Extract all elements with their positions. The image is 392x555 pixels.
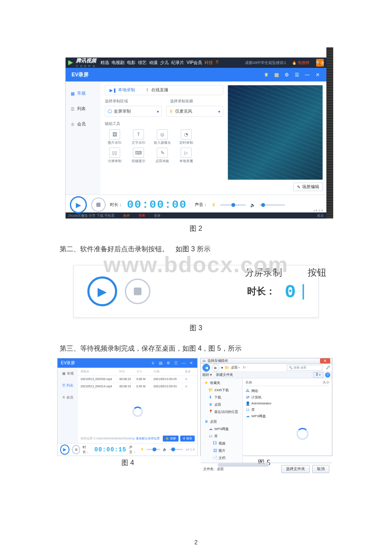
refresh-icon[interactable]: ↻	[243, 366, 246, 369]
nav-item[interactable]: 纪录片	[171, 60, 184, 66]
crown-icon[interactable]: ♕	[150, 360, 156, 366]
save-button[interactable]: ⬇ 保存	[180, 436, 195, 442]
sidebar-item-general[interactable]: ▦ 常规	[66, 86, 101, 101]
tab-live[interactable]: ⭱ 在线直播	[145, 87, 168, 93]
tree-item[interactable]: 📍最近访问的位置	[202, 409, 241, 415]
close-icon[interactable]: ✕	[189, 360, 194, 366]
fig3-crop-labels: 分屏录制 按钮	[245, 266, 326, 279]
record-button[interactable]: ▶	[70, 196, 87, 213]
tool-local-live[interactable]: ▷本地直播	[176, 148, 196, 163]
nav-item[interactable]: 电影	[127, 60, 135, 66]
record-button[interactable]: ▶	[87, 276, 117, 306]
tool-keyboard[interactable]: ⌨按键显示	[129, 148, 148, 163]
gear-icon[interactable]: ⚙	[166, 360, 171, 366]
search-button[interactable]: 🔍 全	[316, 59, 324, 67]
column-header[interactable]: 名称	[245, 380, 252, 385]
record-button[interactable]: ▶	[60, 445, 69, 455]
region-select[interactable]: 🖵全屏录制 ▾	[105, 106, 162, 117]
nav-item[interactable]: 综艺	[138, 60, 147, 66]
list-item[interactable]: 🖧网络	[245, 389, 329, 393]
hot-ranking[interactable]: 🔥 热搜榜	[292, 60, 309, 66]
play-logo-icon	[68, 60, 74, 66]
coupon-icon[interactable]: ▤	[274, 72, 280, 78]
app-title: EV录屏	[72, 71, 89, 78]
mic-slider[interactable]	[220, 204, 246, 206]
column-header[interactable]: 大小	[323, 380, 329, 385]
list-item[interactable]: 🗂库	[245, 407, 329, 412]
tab-label: 在线直播	[151, 87, 168, 93]
list-item[interactable]: ☁WPS网盘	[245, 414, 329, 418]
encrypt-button[interactable]: 🔒 加密	[163, 436, 179, 442]
list-item[interactable]: 🖳计算机	[245, 395, 329, 400]
tree-item[interactable]: 🖥桌面	[202, 402, 241, 407]
speaker-slider[interactable]	[170, 449, 183, 450]
gear-icon[interactable]: ⚙	[284, 72, 290, 78]
tool-image-watermark[interactable]: 🖼图片水印	[105, 129, 124, 145]
tool-timer[interactable]: ◔定时录制	[176, 129, 196, 145]
change-path-link[interactable]: 更改默认保存位置	[136, 437, 160, 440]
screen-icon: 🖵	[108, 109, 112, 114]
folder-tree: ★收藏夹 📁2345下载 ⬇下载 🖥桌面 📍最近访问的位置 🖥桌面 ☁WPS网盘…	[201, 378, 243, 462]
audio-select[interactable]: 🎙仅麦克风 ▾	[166, 106, 223, 117]
list-item[interactable]: 👤Administrator	[245, 401, 329, 406]
ev-titlebar: EV录屏 ♕ ▤ ⚙ ☰ — ✕	[66, 68, 326, 81]
news-ticker[interactable]: 成都49中学生疑坠楼前1	[245, 60, 286, 66]
tool-split[interactable]: ▯▯分屏录制	[105, 148, 124, 163]
minimize-icon[interactable]: —	[304, 72, 310, 78]
nav-item[interactable]: 精选	[101, 60, 109, 66]
row-more-icon[interactable]: ⊖	[185, 385, 195, 388]
search-input[interactable]: 🔍搜索 桌面	[287, 365, 323, 371]
stop-button[interactable]	[125, 279, 150, 304]
tree-item[interactable]: ☁WPS网盘	[202, 426, 241, 432]
speaker-icon: 🔈	[163, 447, 167, 451]
menu-icon[interactable]: ☰	[294, 72, 300, 78]
sidebar-item-member[interactable]: ♔ 会员	[66, 116, 101, 132]
nav-item[interactable]: VIP会员	[187, 60, 202, 66]
tree-item[interactable]: 🎞视频	[202, 441, 241, 446]
menu-icon[interactable]: ☰	[173, 360, 179, 366]
sound-label: 声音：	[129, 445, 138, 454]
mic-slider[interactable]	[147, 449, 160, 450]
nav-item[interactable]: 动漫	[149, 60, 158, 66]
breadcrumb[interactable]: 桌面 ›	[231, 365, 240, 370]
stop-button[interactable]	[91, 198, 106, 212]
nav-all-icon[interactable]: ⠿	[216, 60, 219, 66]
tool-board[interactable]: ✎桌面画板	[153, 148, 172, 163]
tab-local-record[interactable]: ▶❚ 本地录制	[110, 87, 135, 93]
nav-item-hot[interactable]: 科技	[205, 60, 213, 66]
back-button[interactable]: ◀	[202, 364, 210, 372]
coupon-icon[interactable]: ▤	[158, 360, 163, 366]
sidebar-item-member[interactable]: ♔会员	[58, 392, 78, 404]
tool-camera[interactable]: ◎嵌入摄像头	[153, 129, 172, 145]
tree-favorites[interactable]: ★收藏夹	[202, 380, 241, 386]
help-icon[interactable]: ?	[325, 372, 330, 378]
table-row[interactable]: 20210513_094319.mp400:00:150.45 M2021/05…	[78, 383, 197, 390]
nav-item[interactable]: 电视剧	[112, 60, 124, 66]
organize-menu[interactable]: 组织 ▾	[202, 372, 212, 377]
minimize-icon[interactable]: —	[181, 360, 186, 366]
stop-button[interactable]	[72, 445, 81, 454]
forward-button[interactable]: ▶	[212, 364, 219, 372]
duration-label: 时长：	[247, 285, 275, 298]
sidebar-item-list[interactable]: ☰ 列表	[66, 101, 101, 116]
table-row[interactable]: 20210513_092536.mp400:00:220.80 M2021/05…	[78, 375, 197, 383]
close-icon[interactable]: ✕	[320, 358, 330, 363]
row-more-icon[interactable]: ⊖	[185, 378, 195, 381]
sidebar-item-general[interactable]: ▦常规	[58, 368, 78, 380]
nav-item[interactable]: 少儿	[160, 60, 169, 66]
tree-item[interactable]: 📁2345下载	[202, 387, 241, 393]
view-mode-button[interactable]: ≣ ▾	[313, 372, 323, 378]
scene-edit-button[interactable]: ✎ 场景编辑	[293, 183, 323, 191]
new-folder-button[interactable]: 新建文件夹	[216, 372, 233, 377]
crown-icon[interactable]: ♕	[263, 72, 269, 78]
tree-item[interactable]: 🗂库	[202, 433, 241, 439]
search-glass-icon[interactable]: 🔎	[326, 366, 330, 369]
speaker-slider[interactable]	[259, 204, 285, 206]
scrollbar[interactable]	[201, 462, 332, 463]
tree-item[interactable]: ⬇下载	[202, 395, 241, 400]
tool-text-watermark[interactable]: T文字水印	[129, 129, 148, 145]
close-icon[interactable]: ✕	[314, 72, 320, 78]
sidebar-item-list[interactable]: ☰列表	[58, 380, 78, 392]
tree-desktop[interactable]: 🖥桌面	[202, 419, 241, 424]
tree-item[interactable]: 🖼图片	[202, 448, 241, 453]
